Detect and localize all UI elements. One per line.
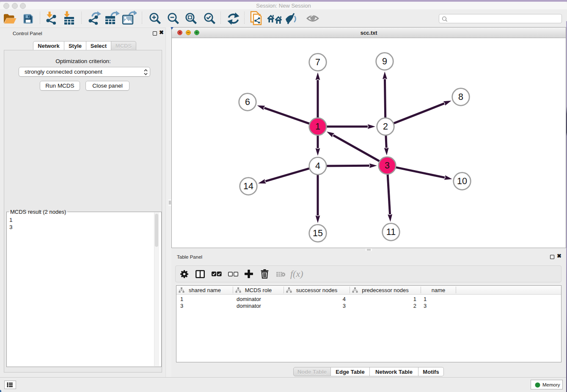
svg-text:4: 4 <box>315 161 320 171</box>
svg-text:15: 15 <box>313 228 323 238</box>
svg-text:11: 11 <box>386 227 396 237</box>
svg-text:7: 7 <box>315 57 320 67</box>
svg-text:6: 6 <box>245 97 250 107</box>
svg-text:10: 10 <box>457 176 467 186</box>
svg-text:1: 1 <box>315 121 320 132</box>
svg-text:14: 14 <box>243 181 253 191</box>
svg-text:8: 8 <box>458 92 463 102</box>
svg-text:9: 9 <box>382 56 387 66</box>
svg-text:3: 3 <box>385 160 390 171</box>
svg-text:2: 2 <box>383 121 388 132</box>
